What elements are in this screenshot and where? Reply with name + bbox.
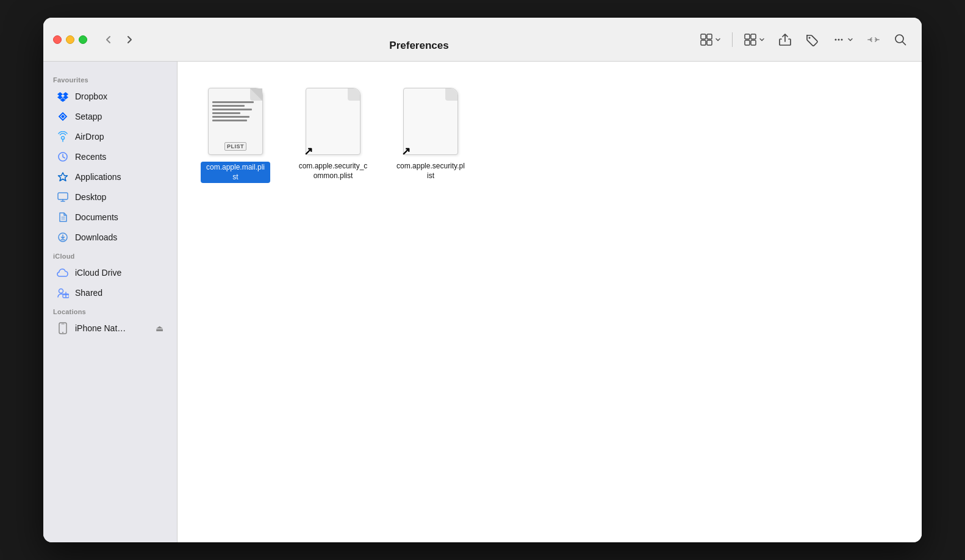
sidebar-item-recents[interactable]: Recents — [47, 147, 173, 167]
sidebar-item-downloads-label: Downloads — [75, 232, 117, 242]
file-item-security-common-plist[interactable]: ↗ com.apple.security_common.plist — [293, 80, 373, 188]
security-file-icon — [403, 88, 458, 155]
sidebar-item-applications-label: Applications — [75, 172, 121, 182]
applications-icon — [57, 171, 69, 183]
security-common-file-icon — [306, 88, 361, 155]
expand-button[interactable] — [862, 34, 885, 46]
airdrop-icon — [57, 131, 69, 143]
plist-line-1 — [212, 101, 254, 103]
mail-plist-file-icon: PLIST — [208, 88, 263, 155]
svg-rect-7 — [751, 40, 756, 45]
downloads-icon — [57, 231, 69, 243]
finder-window: Preferences — [43, 18, 922, 542]
plist-line-2 — [212, 105, 245, 107]
view-options-chevron-icon — [759, 37, 765, 43]
eject-icon[interactable]: ⏏ — [156, 323, 163, 333]
alias-arrow-2: ↗ — [401, 146, 411, 157]
sidebar-item-dropbox-label: Dropbox — [75, 92, 107, 101]
plist-line-6 — [212, 120, 247, 121]
file-grid: PLIST com.apple.mail.plist ↗ com.apple.s… — [196, 80, 903, 188]
sidebar-item-recents-label: Recents — [75, 152, 106, 162]
security-plist-icon-wrapper: ↗ — [400, 85, 461, 158]
svg-point-11 — [841, 38, 843, 40]
view-grid-button[interactable] — [695, 30, 726, 49]
minimize-button[interactable] — [66, 35, 74, 44]
sidebar-item-iphone-label: iPhone Nat… — [75, 323, 126, 333]
window-title: Preferences — [389, 40, 448, 52]
sidebar-item-applications[interactable]: Applications — [47, 167, 173, 187]
plist-line-4 — [212, 112, 240, 114]
svg-point-8 — [809, 37, 811, 38]
svg-point-10 — [838, 38, 840, 40]
plist-type-label: PLIST — [224, 142, 246, 151]
file-item-security-plist[interactable]: ↗ com.apple.security.plist — [391, 80, 470, 188]
plist-lines — [212, 99, 259, 123]
security-plist-name: com.apple.security.plist — [396, 162, 465, 181]
sidebar-item-documents-label: Documents — [75, 212, 118, 222]
icloud-label: iCloud — [43, 248, 177, 262]
fullscreen-button[interactable] — [79, 35, 87, 44]
sidebar-item-airdrop[interactable]: AirDrop — [47, 127, 173, 146]
view-options-button[interactable] — [739, 30, 770, 49]
search-button[interactable] — [889, 30, 912, 49]
svg-rect-1 — [707, 34, 712, 39]
sidebar-item-documents[interactable]: Documents — [47, 207, 173, 227]
sidebar-item-shared[interactable]: Shared — [47, 283, 173, 303]
svg-point-21 — [59, 289, 63, 293]
locations-label: Locations — [43, 303, 177, 318]
more-chevron-icon — [847, 37, 853, 43]
documents-icon — [57, 211, 69, 223]
alias-arrow-1: ↗ — [304, 146, 313, 157]
toolbar-separator-1 — [732, 32, 733, 47]
mail-plist-icon-wrapper: PLIST — [205, 85, 266, 158]
more-button[interactable] — [827, 30, 858, 49]
svg-rect-5 — [751, 34, 756, 39]
sidebar-item-iphone[interactable]: iPhone Nat… ⏏ — [47, 318, 173, 338]
security-common-plist-icon-wrapper: ↗ — [303, 85, 364, 158]
sidebar-item-downloads[interactable]: Downloads — [47, 228, 173, 247]
sidebar-item-icloud-drive-label: iCloud Drive — [75, 268, 121, 278]
sidebar-item-airdrop-label: AirDrop — [75, 132, 104, 142]
sidebar-item-setapp[interactable]: Setapp — [47, 107, 173, 126]
sidebar-item-shared-label: Shared — [75, 288, 102, 298]
close-button[interactable] — [53, 35, 62, 44]
dropbox-icon — [57, 90, 69, 102]
svg-rect-2 — [701, 40, 706, 45]
nav-buttons — [99, 32, 138, 48]
sidebar: Favourites Dropbox — [43, 62, 178, 542]
svg-rect-3 — [707, 40, 712, 45]
plist-line-3 — [212, 109, 252, 110]
view-grid-chevron-icon — [715, 37, 721, 43]
file-content: PLIST com.apple.mail.plist ↗ com.apple.s… — [178, 62, 922, 542]
favourites-label: Favourites — [43, 71, 177, 86]
plist-line-5 — [212, 116, 249, 118]
toolbar: Preferences — [43, 18, 922, 62]
svg-rect-6 — [745, 40, 750, 45]
icloud-drive-icon — [57, 267, 69, 279]
mail-plist-name: com.apple.mail.plist — [201, 162, 270, 183]
recents-icon — [57, 151, 69, 163]
security-common-plist-name: com.apple.security_common.plist — [298, 162, 368, 181]
toolbar-actions — [695, 30, 912, 49]
desktop-icon — [57, 191, 69, 203]
svg-point-25 — [62, 332, 63, 333]
svg-rect-0 — [701, 34, 706, 39]
svg-rect-4 — [745, 34, 750, 39]
sidebar-item-icloud-drive[interactable]: iCloud Drive — [47, 263, 173, 282]
traffic-lights — [53, 35, 87, 44]
shared-icon — [57, 287, 69, 299]
sidebar-item-dropbox[interactable]: Dropbox — [47, 87, 173, 106]
tag-button[interactable] — [800, 30, 823, 49]
forward-button[interactable] — [120, 32, 138, 48]
svg-point-9 — [835, 38, 837, 40]
share-button[interactable] — [773, 30, 797, 49]
sidebar-item-desktop[interactable]: Desktop — [47, 187, 173, 207]
svg-rect-16 — [58, 193, 68, 199]
sidebar-item-desktop-label: Desktop — [75, 192, 106, 202]
sidebar-item-setapp-label: Setapp — [75, 112, 102, 121]
iphone-icon — [57, 322, 69, 334]
file-item-mail-plist[interactable]: PLIST com.apple.mail.plist — [196, 80, 275, 188]
main-area: Favourites Dropbox — [43, 62, 922, 542]
back-button[interactable] — [99, 32, 118, 48]
setapp-icon — [57, 110, 69, 123]
